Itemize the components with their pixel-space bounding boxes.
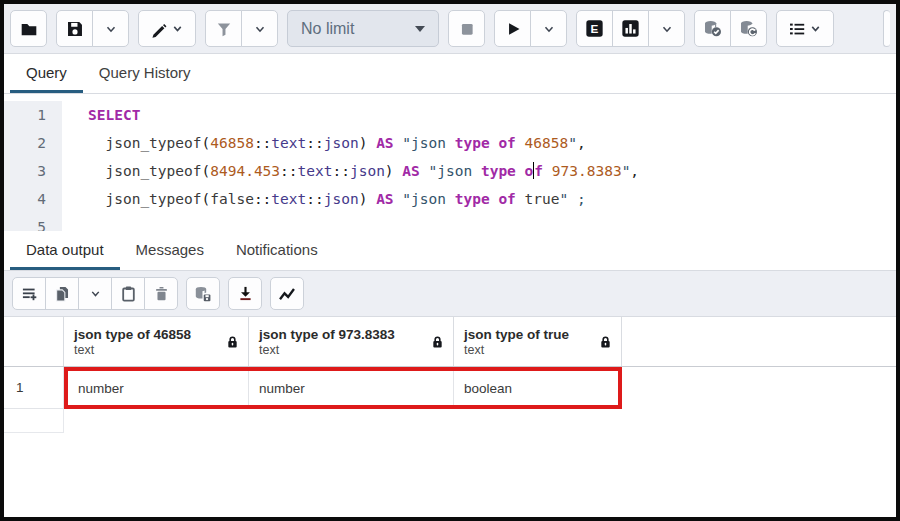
column-title: json type of 46858 — [74, 326, 191, 343]
column-header-3[interactable]: json type of true text — [454, 317, 622, 366]
line-chart-icon — [278, 285, 296, 303]
code-line[interactable]: 4 json_typeof(false::text::json) AS "jso… — [4, 185, 896, 213]
pgadmin-query-tool-window: No limit E — [0, 0, 900, 521]
select-caret-icon — [415, 26, 425, 32]
save-data-icon — [194, 285, 212, 303]
row-number-header[interactable] — [4, 317, 64, 366]
code-line[interactable]: 3 json_typeof(8494.453::text::json) AS "… — [4, 157, 896, 185]
explain-button[interactable]: E — [576, 10, 613, 47]
grid-cell[interactable]: number — [68, 371, 249, 405]
copy-icon — [54, 285, 71, 302]
save-button[interactable] — [56, 10, 93, 47]
chevron-down-icon — [171, 22, 184, 35]
chart-button[interactable] — [270, 277, 304, 310]
code-text: json_typeof(46858::text::json) AS "json … — [62, 129, 586, 157]
line-number: 4 — [4, 185, 62, 213]
tab-query-label: Query — [26, 64, 67, 81]
explain-options-button[interactable] — [648, 10, 685, 47]
save-data-button[interactable] — [186, 277, 220, 310]
delete-button[interactable] — [144, 277, 178, 310]
add-row-icon — [21, 285, 38, 302]
explain-analyze-button[interactable] — [612, 10, 649, 47]
grid-data-row: 1 number number boolean — [4, 367, 896, 409]
line-number: 5 — [4, 213, 62, 231]
column-type: text — [74, 343, 191, 357]
explain-analyze-icon — [621, 19, 640, 38]
paste-icon — [120, 285, 137, 302]
tab-messages[interactable]: Messages — [120, 231, 220, 270]
code-text — [62, 213, 88, 231]
stop-button[interactable] — [448, 10, 485, 47]
paste-button[interactable] — [111, 277, 145, 310]
tab-messages-label: Messages — [136, 241, 204, 258]
sql-editor[interactable]: 1SELECT2 json_typeof(46858::text::json) … — [4, 94, 896, 231]
red-annotation-box: number number boolean — [64, 367, 622, 409]
chevron-down-icon — [542, 22, 556, 36]
tab-notifications[interactable]: Notifications — [220, 231, 334, 270]
row-limit-value: No limit — [301, 20, 354, 38]
add-row-button[interactable] — [12, 277, 46, 310]
tab-data-output[interactable]: Data output — [10, 231, 120, 270]
chevron-down-icon — [89, 287, 102, 300]
rollback-button[interactable] — [730, 10, 767, 47]
code-text: json_typeof(false::text::json) AS "json … — [62, 185, 586, 213]
lock-icon — [599, 335, 612, 349]
ordered-list-icon — [788, 20, 806, 38]
tab-query-history[interactable]: Query History — [83, 54, 207, 93]
tab-data-output-label: Data output — [26, 241, 104, 258]
line-number: 3 — [4, 157, 62, 185]
lock-icon — [226, 335, 239, 349]
grid-cell[interactable]: number — [249, 371, 454, 405]
code-line[interactable]: 1SELECT — [4, 101, 896, 129]
column-header-2[interactable]: json type of 973.8383 text — [249, 317, 454, 366]
code-text: SELECT — [62, 101, 140, 129]
open-file-button[interactable] — [10, 10, 47, 47]
execute-options-button[interactable] — [530, 10, 567, 47]
chevron-down-icon — [104, 22, 118, 36]
grid-cell[interactable]: boolean — [454, 371, 618, 405]
filter-button[interactable] — [205, 10, 242, 47]
line-number: 2 — [4, 129, 62, 157]
grid-header-row: json type of 46858 text json type of 973… — [4, 317, 896, 367]
chevron-down-icon — [660, 22, 674, 36]
tab-query[interactable]: Query — [10, 54, 83, 93]
chevron-down-icon — [809, 22, 822, 35]
code-line[interactable]: 5 — [4, 213, 896, 231]
commit-button[interactable] — [694, 10, 731, 47]
column-type: text — [464, 343, 569, 357]
column-type: text — [259, 343, 395, 357]
output-tabbar: Data output Messages Notifications — [4, 231, 896, 271]
macros-button[interactable] — [776, 10, 834, 47]
stop-icon — [458, 20, 476, 38]
tab-query-history-label: Query History — [99, 64, 191, 81]
row-number-cell[interactable]: 1 — [4, 367, 64, 409]
filter-options-button[interactable] — [241, 10, 278, 47]
edit-button[interactable] — [138, 10, 196, 47]
copy-button[interactable] — [45, 277, 79, 310]
partial-button[interactable] — [883, 10, 890, 47]
column-header-1[interactable]: json type of 46858 text — [64, 317, 249, 366]
row-limit-select[interactable]: No limit — [287, 10, 439, 47]
commit-icon — [703, 19, 722, 38]
results-toolbar — [4, 271, 896, 317]
play-icon — [504, 20, 522, 38]
explain-icon: E — [585, 19, 604, 38]
download-button[interactable] — [228, 277, 262, 310]
empty-row-number-stub — [4, 409, 64, 433]
column-title: json type of 973.8383 — [259, 326, 395, 343]
copy-options-button[interactable] — [78, 277, 112, 310]
tab-notifications-label: Notifications — [236, 241, 318, 258]
pencil-icon — [150, 20, 168, 38]
lock-icon — [431, 335, 444, 349]
rollback-icon — [739, 19, 758, 38]
svg-text:E: E — [591, 22, 599, 35]
line-number: 1 — [4, 101, 62, 129]
execute-button[interactable] — [494, 10, 531, 47]
column-title: json type of true — [464, 326, 569, 343]
code-line[interactable]: 2 json_typeof(46858::text::json) AS "jso… — [4, 129, 896, 157]
sql-lines: 1SELECT2 json_typeof(46858::text::json) … — [4, 101, 896, 231]
save-options-button[interactable] — [92, 10, 129, 47]
filter-icon — [215, 20, 233, 38]
data-grid: json type of 46858 text json type of 973… — [4, 317, 896, 517]
editor-tabbar: Query Query History — [4, 54, 896, 94]
